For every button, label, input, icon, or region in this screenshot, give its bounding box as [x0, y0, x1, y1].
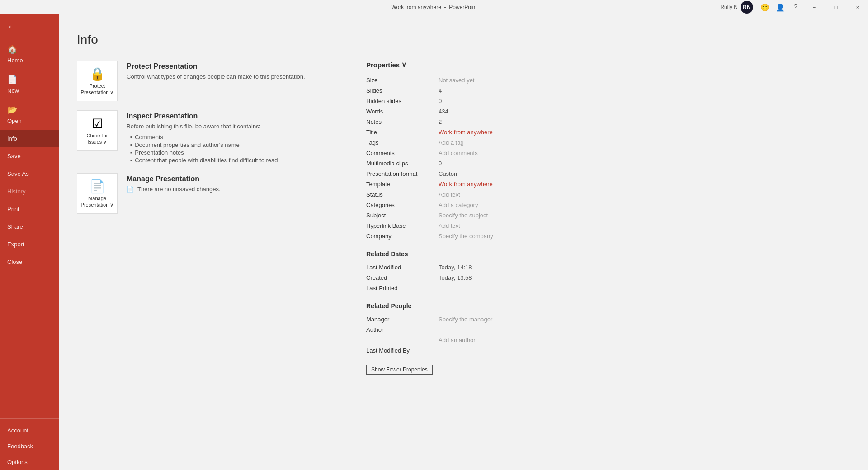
- open-icon: 📂: [7, 105, 17, 115]
- prop-value-8: 0: [439, 158, 845, 169]
- protect-icon-box[interactable]: 🔒 ProtectPresentation ∨: [77, 61, 118, 101]
- main-content: Info 🔒 ProtectPresentation ∨ Protect Pre…: [59, 14, 868, 470]
- sidebar-item-close[interactable]: Close: [0, 253, 59, 271]
- manage-icon-label: ManagePresentation ∨: [81, 196, 114, 207]
- inspect-item-1: Document properties and author's name: [130, 141, 278, 149]
- inspect-card-content: Inspect Presentation Before publishing t…: [127, 110, 278, 164]
- prop-value-6[interactable]: Add a tag: [439, 137, 845, 148]
- properties-table: SizeNot saved yetSlides4Hidden slides0Wo…: [366, 75, 845, 241]
- home-icon: 🏠: [7, 44, 17, 54]
- prop-value-0[interactable]: Not saved yet: [439, 75, 845, 85]
- prop-value-5: Work from anywhere: [439, 127, 845, 137]
- prop-label-1: Slides: [366, 85, 439, 96]
- properties-header: Properties ∨: [366, 61, 845, 69]
- prop-row-5: TitleWork from anywhere: [366, 127, 845, 137]
- sidebar-item-share[interactable]: Share: [0, 218, 59, 235]
- date-label-1: Created: [366, 273, 439, 283]
- people-row-2: Add an author: [366, 335, 845, 345]
- prop-row-1: Slides4: [366, 85, 845, 96]
- sidebar-item-print[interactable]: Print: [0, 200, 59, 218]
- prop-label-10: Template: [366, 179, 439, 189]
- protect-icon-label: ProtectPresentation ∨: [81, 83, 114, 95]
- people-value-3: [439, 345, 845, 356]
- prop-row-14: Hyperlink BaseAdd text: [366, 221, 845, 231]
- app-body: ← 🏠 Home 📄 New 📂 Open Info Save Save As …: [0, 14, 868, 470]
- sidebar-item-open[interactable]: 📂 Open: [0, 99, 59, 130]
- related-dates-table: Last ModifiedToday, 14:18CreatedToday, 1…: [366, 262, 845, 293]
- profile-icon[interactable]: 👤: [773, 0, 788, 14]
- sidebar-item-account[interactable]: Account: [0, 423, 59, 438]
- prop-value-15[interactable]: Specify the company: [439, 231, 845, 241]
- sidebar-label-new: New: [7, 87, 19, 94]
- prop-row-15: CompanySpecify the company: [366, 231, 845, 241]
- date-value-0: Today, 14:18: [439, 262, 845, 273]
- protect-card-content: Protect Presentation Control what types …: [127, 61, 305, 84]
- show-fewer-button[interactable]: Show Fewer Properties: [366, 365, 433, 375]
- date-row-1: CreatedToday, 13:58: [366, 273, 845, 283]
- no-changes-icon: 📄: [127, 186, 134, 193]
- document-title: Work from anywhere - PowerPoint: [391, 4, 476, 10]
- prop-label-5: Title: [366, 127, 439, 137]
- emoji-icon[interactable]: 🙂: [758, 0, 772, 14]
- prop-label-15: Company: [366, 231, 439, 241]
- prop-label-7: Comments: [366, 148, 439, 158]
- back-button[interactable]: ←: [0, 14, 59, 39]
- prop-label-9: Presentation format: [366, 169, 439, 179]
- prop-label-12: Categories: [366, 200, 439, 210]
- manage-icon-box[interactable]: 📄 ManagePresentation ∨: [77, 173, 118, 214]
- properties-dropdown-icon[interactable]: ∨: [401, 61, 406, 69]
- sidebar: ← 🏠 Home 📄 New 📂 Open Info Save Save As …: [0, 14, 59, 470]
- back-icon: ←: [7, 21, 17, 33]
- help-icon[interactable]: ?: [788, 0, 803, 14]
- minimize-button[interactable]: −: [804, 0, 825, 14]
- sidebar-item-history[interactable]: History: [0, 183, 59, 200]
- sidebar-label-home: Home: [7, 57, 23, 64]
- sidebar-label-close: Close: [7, 258, 22, 265]
- prop-value-14[interactable]: Add text: [439, 221, 845, 231]
- inspect-list: Comments Document properties and author'…: [127, 133, 278, 164]
- prop-label-0: Size: [366, 75, 439, 85]
- prop-value-13[interactable]: Specify the subject: [439, 210, 845, 221]
- page-title: Info: [77, 33, 845, 47]
- prop-row-11: StatusAdd text: [366, 189, 845, 200]
- close-button[interactable]: ×: [847, 0, 868, 14]
- sidebar-item-export[interactable]: Export: [0, 235, 59, 253]
- inspect-item-3: Content that people with disabilities fi…: [130, 156, 278, 164]
- sidebar-item-new[interactable]: 📄 New: [0, 69, 59, 99]
- protect-title: Protect Presentation: [127, 62, 305, 70]
- people-label-0: Manager: [366, 314, 439, 324]
- people-value-0[interactable]: Specify the manager: [439, 314, 845, 324]
- sidebar-label-save: Save: [7, 153, 21, 160]
- sidebar-label-share: Share: [7, 223, 23, 230]
- people-value-2[interactable]: Add an author: [439, 335, 845, 345]
- prop-label-11: Status: [366, 189, 439, 200]
- user-name-area[interactable]: Rully N RN: [717, 1, 757, 14]
- sidebar-label-history: History: [7, 188, 25, 195]
- sidebar-item-options[interactable]: Options: [0, 454, 59, 470]
- prop-value-11[interactable]: Add text: [439, 189, 845, 200]
- prop-value-10: Work from anywhere: [439, 179, 845, 189]
- prop-value-12[interactable]: Add a category: [439, 200, 845, 210]
- prop-row-0: SizeNot saved yet: [366, 75, 845, 85]
- sidebar-item-info[interactable]: Info: [0, 130, 59, 147]
- inspect-item-2: Presentation notes: [130, 149, 278, 156]
- content-layout: 🔒 ProtectPresentation ∨ Protect Presenta…: [77, 61, 845, 375]
- protect-desc: Control what types of changes people can…: [127, 73, 305, 80]
- prop-label-2: Hidden slides: [366, 96, 439, 106]
- prop-row-9: Presentation formatCustom: [366, 169, 845, 179]
- inspect-card: ☑ Check forIssues ∨ Inspect Presentation…: [77, 110, 339, 164]
- restore-button[interactable]: □: [826, 0, 846, 14]
- sidebar-item-save[interactable]: Save: [0, 147, 59, 165]
- sidebar-item-save-as[interactable]: Save As: [0, 165, 59, 183]
- sidebar-item-home[interactable]: 🏠 Home: [0, 39, 59, 69]
- user-avatar[interactable]: RN: [741, 1, 753, 14]
- prop-row-12: CategoriesAdd a category: [366, 200, 845, 210]
- prop-row-3: Words434: [366, 106, 845, 117]
- date-value-1: Today, 13:58: [439, 273, 845, 283]
- prop-row-2: Hidden slides0: [366, 96, 845, 106]
- prop-value-7[interactable]: Add comments: [439, 148, 845, 158]
- people-label-3: Last Modified By: [366, 345, 439, 356]
- inspect-desc: Before publishing this file, be aware th…: [127, 123, 278, 130]
- sidebar-item-feedback[interactable]: Feedback: [0, 438, 59, 454]
- inspect-icon-box[interactable]: ☑ Check forIssues ∨: [77, 110, 118, 151]
